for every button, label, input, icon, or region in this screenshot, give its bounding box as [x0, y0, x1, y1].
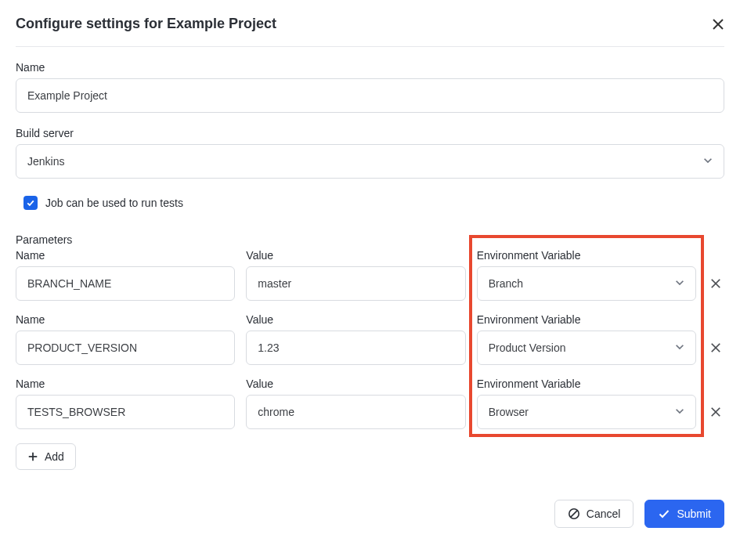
- param-name-label: Name: [16, 313, 235, 326]
- param-name-input[interactable]: [16, 266, 235, 301]
- param-value-input[interactable]: [246, 331, 465, 365]
- build-server-label: Build server: [16, 127, 724, 139]
- run-tests-label: Job can be used to run tests: [45, 197, 183, 209]
- param-value-label: Value: [246, 249, 465, 262]
- run-tests-checkbox-row: Job can be used to run tests: [16, 193, 724, 213]
- param-env-label: Environment Variable: [477, 378, 696, 390]
- param-env-select[interactable]: Branch: [477, 266, 696, 301]
- run-tests-checkbox[interactable]: [23, 196, 38, 210]
- param-env-label: Environment Variable: [477, 313, 696, 326]
- dialog-footer: Cancel Submit: [16, 500, 724, 528]
- param-value-input[interactable]: [246, 266, 465, 301]
- cancel-icon: [568, 508, 580, 520]
- param-env-label: Environment Variable: [477, 249, 696, 262]
- submit-button-label: Submit: [677, 508, 711, 520]
- param-value-label: Value: [246, 313, 465, 326]
- name-field-group: Name: [16, 61, 724, 113]
- parameters-area: Name Value Environment Variable Branch: [16, 249, 724, 429]
- param-env-value: Browser: [489, 406, 529, 418]
- param-value-label: Value: [246, 378, 465, 390]
- param-value-input[interactable]: [246, 395, 465, 429]
- dialog-title: Configure settings for Example Project: [16, 16, 276, 32]
- param-name-input[interactable]: [16, 331, 235, 365]
- param-env-select[interactable]: Browser: [477, 395, 696, 429]
- build-server-field-group: Build server Jenkins: [16, 127, 724, 179]
- param-env-value: Branch: [489, 277, 523, 290]
- plus-icon: [27, 451, 38, 462]
- add-button[interactable]: Add: [16, 443, 76, 470]
- param-env-select[interactable]: Product Version: [477, 331, 696, 365]
- param-name-input[interactable]: [16, 395, 235, 429]
- build-server-value: Jenkins: [27, 155, 64, 168]
- param-env-value: Product Version: [489, 341, 566, 354]
- parameters-section-label: Parameters: [16, 233, 724, 246]
- table-row: Name Value Environment Variable Branch: [16, 249, 724, 301]
- dialog-header: Configure settings for Example Project: [16, 16, 724, 47]
- check-icon: [658, 508, 670, 520]
- add-button-label: Add: [45, 450, 64, 463]
- delete-row-button[interactable]: [707, 266, 724, 301]
- cancel-button[interactable]: Cancel: [554, 500, 634, 528]
- delete-row-button[interactable]: [707, 395, 724, 429]
- delete-row-button[interactable]: [707, 331, 724, 365]
- close-icon[interactable]: [712, 18, 724, 31]
- param-name-label: Name: [16, 249, 235, 262]
- cancel-button-label: Cancel: [587, 508, 621, 520]
- table-row: Name Value Environment Variable Product …: [16, 313, 724, 365]
- name-label: Name: [16, 61, 724, 74]
- svg-line-11: [570, 511, 577, 518]
- param-name-label: Name: [16, 378, 235, 390]
- submit-button[interactable]: Submit: [644, 500, 724, 528]
- name-input[interactable]: [16, 78, 724, 113]
- table-row: Name Value Environment Variable Browser: [16, 378, 724, 429]
- build-server-select[interactable]: Jenkins: [16, 144, 724, 179]
